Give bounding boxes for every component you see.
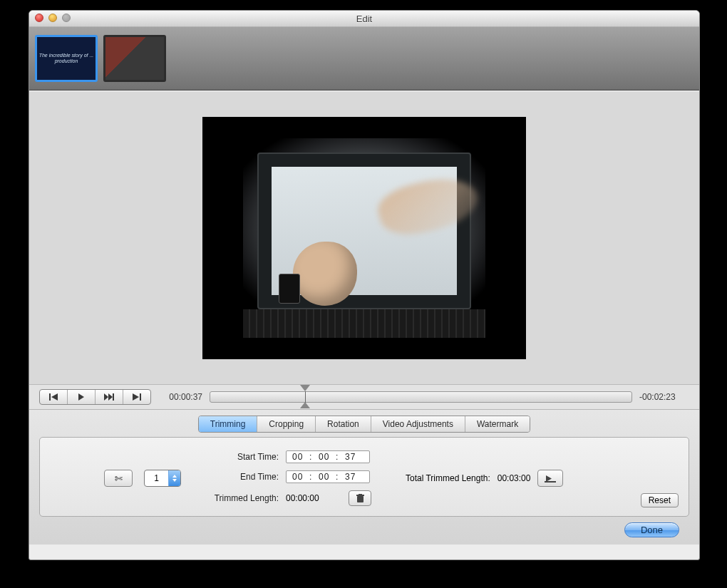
current-time-label: 00:00:37: [158, 392, 202, 402]
minimize-window-button[interactable]: [48, 14, 57, 22]
playback-controls: 00:00:37 -00:02:23: [29, 384, 699, 409]
window-title: Edit: [356, 14, 372, 24]
close-window-button[interactable]: [35, 14, 43, 22]
previous-button[interactable]: [40, 390, 68, 404]
svg-marker-4: [108, 393, 113, 401]
titlebar: Edit: [29, 11, 699, 27]
tab-rotation[interactable]: Rotation: [316, 416, 371, 432]
svg-rect-10: [359, 494, 362, 495]
reset-button[interactable]: Reset: [641, 493, 679, 507]
trash-icon: [356, 494, 364, 502]
play-trimmed-button[interactable]: [537, 470, 563, 487]
svg-marker-6: [133, 393, 139, 401]
trimmed-length-value: 00:00:00: [286, 493, 341, 503]
trimming-panel: ✄ 1 Start Time: End Time:: [39, 437, 689, 517]
start-time-field[interactable]: [286, 450, 370, 463]
svg-marker-11: [546, 475, 552, 482]
tab-watermark[interactable]: Watermark: [465, 416, 530, 432]
next-icon: [133, 393, 141, 401]
segment-stepper[interactable]: 1: [144, 470, 181, 487]
video-preview-area: [29, 91, 699, 384]
zoom-window-button: [62, 14, 71, 22]
fast-forward-button[interactable]: [96, 390, 123, 404]
done-button[interactable]: Done: [624, 522, 679, 537]
scissors-icon: ✄: [115, 473, 123, 484]
end-time-field[interactable]: [286, 470, 370, 483]
timeline-slider[interactable]: [210, 391, 632, 403]
thumbnail-caption: The incredible story of ... production: [37, 53, 96, 63]
total-trimmed-value: 00:03:00: [497, 473, 531, 483]
svg-rect-5: [113, 393, 114, 401]
play-icon: [78, 393, 85, 401]
edit-options-panel: Trimming Cropping Rotation Video Adjustm…: [29, 409, 699, 545]
tab-cropping[interactable]: Cropping: [257, 416, 316, 432]
play-button[interactable]: [68, 390, 96, 404]
svg-marker-0: [49, 393, 51, 401]
segment-value: 1: [145, 473, 168, 483]
total-trimmed-label: Total Trimmed Length:: [406, 473, 490, 483]
prev-icon: [49, 393, 58, 401]
tab-trimming[interactable]: Trimming: [199, 416, 258, 432]
svg-rect-12: [545, 481, 556, 483]
thumbnail-strip: The incredible story of ... production: [29, 27, 699, 91]
play-trimmed-icon: [545, 475, 556, 483]
svg-marker-2: [78, 393, 84, 401]
next-button[interactable]: [123, 390, 150, 404]
playhead[interactable]: [301, 385, 309, 409]
end-time-label: End Time:: [204, 472, 279, 482]
start-time-label: Start Time:: [204, 452, 279, 462]
fast-forward-icon: [104, 393, 114, 401]
tab-video-adjustments[interactable]: Video Adjustments: [371, 416, 465, 432]
svg-marker-3: [104, 393, 108, 401]
svg-marker-1: [51, 393, 58, 401]
delete-segment-button[interactable]: [349, 490, 371, 506]
clip-thumbnail-1[interactable]: The incredible story of ... production: [35, 35, 98, 82]
svg-rect-9: [356, 495, 364, 496]
stepper-arrows-icon[interactable]: [168, 470, 180, 486]
edit-tabs: Trimming Cropping Rotation Video Adjustm…: [39, 416, 689, 433]
cut-button[interactable]: ✄: [104, 470, 133, 487]
edit-window: Edit The incredible story of ... product…: [29, 10, 700, 560]
svg-rect-8: [357, 496, 364, 502]
svg-rect-7: [140, 393, 141, 401]
remaining-time-label: -00:02:23: [639, 392, 689, 402]
clip-thumbnail-2[interactable]: [103, 35, 166, 82]
video-letterbox: [202, 117, 526, 359]
trimmed-length-label: Trimmed Length:: [204, 493, 279, 503]
video-frame: [243, 138, 485, 338]
